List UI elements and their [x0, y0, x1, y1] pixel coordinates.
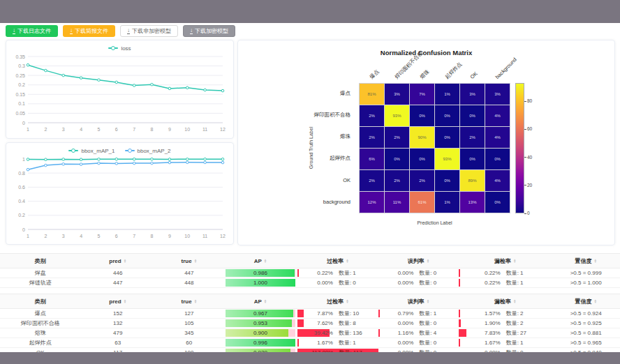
sort-icon[interactable]: ▲▼	[593, 299, 596, 304]
colorbar-tick-label: 60	[527, 127, 532, 131]
sort-icon[interactable]: ▲▼	[513, 259, 516, 264]
cell-over-rate: 7.62%数量: 8	[297, 319, 378, 328]
matrix-row-label: background	[238, 191, 355, 212]
legend-item-loss[interactable]: loss	[108, 44, 131, 52]
ap-value: 1.000	[226, 279, 296, 287]
matrix-cell: 81%	[360, 84, 384, 105]
cell-ap: 0.986	[223, 268, 298, 278]
cell-confidence: >0.5 = 1.000	[552, 278, 620, 288]
download-button-4[interactable]: ↓下载加密模型	[183, 25, 235, 37]
matrix-cell: 12%	[360, 192, 384, 213]
svg-text:0.2: 0.2	[18, 213, 25, 218]
sort-icon[interactable]: ▲▼	[427, 259, 429, 264]
download-button-3[interactable]: ↓下载非加密模型	[120, 25, 178, 37]
sort-icon[interactable]: ▲▼	[346, 259, 348, 264]
column-header-过检率[interactable]: 过检率▲▼	[297, 294, 378, 309]
sort-icon[interactable]: ▲▼	[593, 259, 596, 264]
sort-icon[interactable]: ▲▼	[513, 299, 516, 304]
matrix-cell: 3%	[460, 84, 485, 105]
colorbar-tick	[524, 101, 526, 102]
cell-category: 焊印面积不合格	[0, 319, 80, 328]
column-header-pred[interactable]: pred▲▼	[80, 294, 155, 309]
legend-item-bbox_mAP_1[interactable]: bbox_mAP_1	[68, 146, 115, 155]
column-header-置信度[interactable]: 置信度▲▼	[552, 254, 620, 268]
cell-pred: 446	[80, 268, 155, 278]
colorbar	[515, 83, 524, 213]
svg-text:0.05: 0.05	[15, 111, 25, 116]
svg-text:1: 1	[27, 234, 29, 238]
matrix-cell: 2%	[360, 170, 384, 191]
column-header-置信度[interactable]: 置信度▲▼	[552, 294, 620, 309]
cell-misjudge-rate: 1.16%数量: 4	[378, 328, 459, 338]
cell-category: 焊盘	[0, 268, 80, 278]
legend-marker-icon	[125, 150, 135, 151]
download-icon: ↓	[190, 28, 193, 34]
matrix-cell: 0%	[435, 127, 459, 148]
confusion-matrix-title: Normalized Confusion Matrix	[238, 49, 614, 56]
column-header-误判率[interactable]: 误判率▲▼	[378, 254, 459, 268]
download-button-1[interactable]: ↓下载日志文件	[6, 25, 58, 37]
download-icon: ↓	[13, 28, 15, 34]
sort-icon[interactable]: ▲▼	[264, 299, 267, 304]
sort-icon[interactable]: ▲▼	[124, 259, 126, 264]
cell-misjudge-rate: 0.00%数量: 0	[378, 268, 459, 278]
column-header-漏检率[interactable]: 漏检率▲▼	[459, 254, 552, 268]
svg-text:0.25: 0.25	[15, 73, 25, 78]
cell-ap: 0.900	[223, 328, 298, 338]
sort-icon[interactable]: ▲▼	[264, 259, 267, 264]
matrix-cell: 2%	[360, 127, 384, 148]
sort-icon[interactable]: ▲▼	[427, 299, 429, 304]
confusion-matrix-xlabel: Prediction Label	[359, 220, 510, 225]
column-header-AP[interactable]: AP▲▼	[223, 254, 298, 268]
table-row: 熔珠4793450.90039.42%数量: 1361.16%数量: 47.83…	[0, 328, 620, 338]
matrix-cell: 0%	[385, 149, 409, 169]
svg-text:1: 1	[22, 157, 25, 162]
column-header-漏检率[interactable]: 漏检率▲▼	[459, 294, 552, 309]
table-gap	[0, 288, 620, 294]
matrix-cell: 6%	[360, 149, 384, 169]
svg-text:8: 8	[151, 234, 154, 238]
matrix-cell: 2%	[360, 105, 384, 126]
column-header-true[interactable]: true▲▼	[155, 294, 223, 309]
sort-icon[interactable]: ▲▼	[194, 299, 197, 304]
svg-text:12: 12	[220, 127, 226, 132]
column-header-误判率[interactable]: 误判率▲▼	[378, 294, 459, 309]
matrix-cell: 4%	[485, 170, 510, 191]
sort-icon[interactable]: ▲▼	[346, 299, 348, 304]
download-button-label: 下载简报文件	[75, 25, 108, 37]
column-header-true[interactable]: true▲▼	[155, 254, 223, 268]
cell-misjudge-rate: 0.79%数量: 1	[378, 309, 459, 319]
cell-over-rate: 0.00%数量: 0	[297, 278, 378, 288]
cell-category: 熔珠	[0, 328, 80, 338]
matrix-column-label: 熔珠	[419, 69, 430, 80]
cell-over-rate: 7.87%数量: 10	[297, 309, 378, 319]
cell-category: 焊缝轨迹	[0, 278, 80, 288]
sort-icon[interactable]: ▲▼	[194, 259, 197, 264]
legend-marker-icon	[68, 150, 78, 151]
cell-pred: 479	[80, 328, 155, 338]
sort-icon[interactable]: ▲▼	[124, 299, 126, 304]
cell-misjudge-rate: 0.00%数量: 0	[378, 278, 459, 288]
column-header-pred[interactable]: pred▲▼	[80, 254, 155, 268]
cell-pred: 447	[80, 278, 155, 288]
matrix-cell: 0%	[410, 149, 434, 169]
legend-item-bbox_mAP_2[interactable]: bbox_mAP_2	[125, 146, 171, 155]
legend-marker-icon	[108, 47, 118, 49]
column-header-过检率[interactable]: 过检率▲▼	[297, 254, 378, 268]
bottom-footer-bar	[0, 352, 620, 364]
matrix-cell: 0%	[410, 105, 434, 126]
svg-text:0.4: 0.4	[18, 199, 25, 204]
matrix-row-label: OK	[238, 169, 355, 190]
matrix-cell: 61%	[410, 192, 434, 213]
column-header-label: AP	[254, 258, 262, 264]
column-header-label: 误判率	[408, 258, 425, 264]
column-header-AP[interactable]: AP▲▼	[223, 294, 298, 309]
cell-true: 447	[155, 268, 223, 278]
matrix-cell: 93%	[385, 105, 409, 126]
map-chart: 00.20.40.60.81123456789101112	[6, 155, 233, 240]
download-button-2[interactable]: ↓下载简报文件	[63, 25, 115, 37]
svg-text:0.15: 0.15	[15, 92, 25, 97]
cell-ap: 0.967	[223, 309, 298, 319]
loss-chart: 00.050.10.150.20.250.30.3512345678910111…	[6, 52, 233, 133]
svg-text:9: 9	[168, 234, 171, 238]
